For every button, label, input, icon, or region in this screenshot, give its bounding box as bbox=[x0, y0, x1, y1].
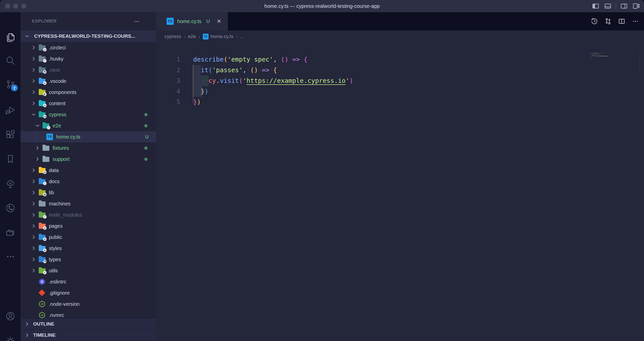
timeline-history-button[interactable] bbox=[590, 17, 598, 25]
breadcrumb-item-home-cy-ts[interactable]: TShome.cy.ts bbox=[203, 34, 233, 40]
folder-icon: ◇ bbox=[39, 213, 46, 218]
tree-item-data[interactable]: ▤data bbox=[21, 165, 156, 176]
tab-strip: TS home.cy.ts U ✕ bbox=[156, 12, 644, 30]
folder-icon: ◎ bbox=[39, 45, 46, 50]
toggle-panel-button[interactable] bbox=[603, 2, 612, 10]
activity-extensions-button[interactable] bbox=[5, 130, 16, 140]
folder-icon: ◈ bbox=[39, 224, 46, 229]
activity-manage-settings-button[interactable] bbox=[5, 335, 16, 341]
tree-item--circleci[interactable]: ◎.circleci bbox=[21, 42, 156, 53]
tree-item-e2e[interactable]: ✓e2e bbox=[21, 120, 156, 131]
chevron-right-icon[interactable] bbox=[31, 101, 36, 106]
tree-item-public[interactable]: ⊕public bbox=[21, 232, 156, 243]
eslint-file-icon bbox=[39, 278, 45, 285]
tree-item--husky[interactable]: ∴.husky bbox=[21, 53, 156, 64]
split-editor-button[interactable] bbox=[618, 17, 626, 25]
tree-item-fixtures[interactable]: fixtures bbox=[21, 142, 156, 154]
code-line[interactable]: describe('empty·spec',·()·=>·{ bbox=[193, 54, 308, 65]
activity-git-graph-button[interactable] bbox=[5, 203, 16, 213]
code-line[interactable]: }) bbox=[193, 97, 201, 107]
tree-item-styles[interactable]: ≡styles bbox=[21, 243, 156, 254]
chevron-right-icon[interactable] bbox=[35, 157, 40, 162]
tree-item-label: .vscode bbox=[49, 75, 66, 87]
chevron-right-icon[interactable] bbox=[31, 79, 36, 84]
panel-outline[interactable]: OUTLINE bbox=[21, 318, 156, 330]
code-line[interactable]: ··it('passes',·()·=>·{ bbox=[193, 65, 277, 75]
toggle-secondary-sidebar-button[interactable] bbox=[620, 2, 628, 10]
chevron-right-icon[interactable] bbox=[31, 56, 36, 61]
code-line[interactable]: ····cy.visit('https://example.cypress.io… bbox=[193, 75, 353, 86]
activity-project-manager-button[interactable] bbox=[5, 227, 16, 238]
chevron-right-icon[interactable] bbox=[31, 235, 36, 240]
activity-bookmarks-button[interactable] bbox=[5, 154, 16, 164]
chevron-right-icon[interactable] bbox=[31, 201, 36, 206]
tab-home-cy-ts[interactable]: TS home.cy.ts U ✕ bbox=[156, 12, 228, 30]
panel-label: TIMELINE bbox=[33, 330, 56, 341]
code-line[interactable]: ··}) bbox=[193, 86, 208, 97]
tree-item-types[interactable]: TStypes bbox=[21, 254, 156, 265]
chevron-right-icon[interactable] bbox=[31, 223, 36, 229]
breadcrumb-item-cypress[interactable]: cypress bbox=[165, 34, 181, 39]
tree-item-support[interactable]: support bbox=[21, 154, 156, 165]
chevron-right-icon[interactable] bbox=[31, 212, 36, 217]
additional-views-icon bbox=[5, 251, 16, 262]
project-section-header[interactable]: CYPRESS-REALWORLD-TESTING-COURS... bbox=[21, 30, 156, 42]
chevron-right-icon[interactable] bbox=[31, 45, 36, 50]
folder-icon: ◧ bbox=[39, 90, 46, 95]
chevron-right-icon[interactable] bbox=[31, 90, 36, 95]
explorer-sidebar: EXPLORER CYPRESS-REALWORLD-TESTING-COURS… bbox=[21, 12, 156, 341]
tree-item-label: .eslintrc bbox=[49, 276, 66, 287]
tab-close-icon[interactable]: ✕ bbox=[214, 12, 224, 30]
tree-item-home-cy-ts[interactable]: TShome.cy.tsU bbox=[21, 131, 156, 142]
activity-run-and-debug-button[interactable] bbox=[5, 105, 16, 115]
chevron-right-icon[interactable] bbox=[31, 179, 36, 184]
minimap[interactable]: describe('empty·spec',·()·=>·{··it('pass… bbox=[590, 53, 640, 88]
git-file-icon bbox=[38, 289, 45, 296]
tree-item--next[interactable]: N.next bbox=[21, 64, 156, 75]
tree-item-cypress[interactable]: cycypress bbox=[21, 109, 156, 120]
tree-item-lib[interactable]: ▣lib bbox=[21, 187, 156, 198]
folder-icon: v bbox=[39, 79, 46, 84]
tree-item--gitignore[interactable]: .gitignore bbox=[21, 287, 156, 298]
tree-item-pages[interactable]: ◈pages bbox=[21, 220, 156, 232]
tree-item-machines[interactable]: machines bbox=[21, 198, 156, 209]
tree-item--vscode[interactable]: v.vscode bbox=[21, 75, 156, 87]
tree-item-node-modules[interactable]: ◇node_modules bbox=[21, 209, 156, 220]
activity-additional-views-button[interactable] bbox=[5, 251, 16, 262]
tree-item-components[interactable]: ◧components bbox=[21, 87, 156, 98]
tree-item--node-version[interactable]: JS.node-version bbox=[21, 298, 156, 310]
git-modified-dot bbox=[144, 146, 148, 150]
customize-layout-button[interactable] bbox=[632, 2, 640, 10]
breadcrumb-item--[interactable]: ... bbox=[240, 34, 244, 39]
activity-accounts-button[interactable] bbox=[5, 311, 16, 321]
tree-item-docs[interactable]: ▯docs bbox=[21, 176, 156, 187]
code-editor[interactable]: 12345 describe('empty·spec',·()·=>·{··it… bbox=[156, 43, 644, 341]
activity-source-control-button[interactable]: 7 bbox=[5, 79, 16, 90]
tree-item-label: content bbox=[49, 98, 66, 109]
explorer-more-actions-button[interactable] bbox=[133, 18, 140, 25]
more-actions-button[interactable] bbox=[631, 17, 639, 25]
tree-item-icon: + bbox=[39, 267, 46, 274]
open-changes-button[interactable] bbox=[604, 17, 612, 25]
activity-explorer-button[interactable] bbox=[5, 32, 16, 43]
tree-item--eslintrc[interactable]: .eslintrc bbox=[21, 276, 156, 287]
chevron-down-icon[interactable] bbox=[31, 112, 36, 117]
chevron-right-icon[interactable] bbox=[31, 67, 36, 72]
tree-item-content[interactable]: ≡content bbox=[21, 98, 156, 109]
breadcrumb-item-e2e[interactable]: e2e bbox=[188, 34, 196, 39]
tree-item-utils[interactable]: +utils bbox=[21, 265, 156, 276]
toggle-primary-sidebar-button[interactable] bbox=[591, 2, 600, 10]
panel-timeline[interactable]: TIMELINE bbox=[21, 329, 156, 341]
chevron-down-icon[interactable] bbox=[35, 123, 40, 128]
chevron-right-icon[interactable] bbox=[31, 246, 36, 251]
chevron-right-icon[interactable] bbox=[35, 145, 40, 150]
chevron-right-icon[interactable] bbox=[31, 268, 36, 273]
activity-search-button[interactable] bbox=[5, 55, 16, 66]
chevron-right-icon[interactable] bbox=[31, 190, 36, 195]
chevron-right-icon[interactable] bbox=[31, 257, 36, 262]
git-modified-dot bbox=[144, 124, 148, 127]
chevron-right-icon[interactable] bbox=[31, 168, 36, 173]
breadcrumb-separator: › bbox=[184, 34, 185, 40]
line-number: 1 bbox=[156, 54, 180, 65]
activity-testing-tree-button[interactable] bbox=[5, 179, 16, 189]
